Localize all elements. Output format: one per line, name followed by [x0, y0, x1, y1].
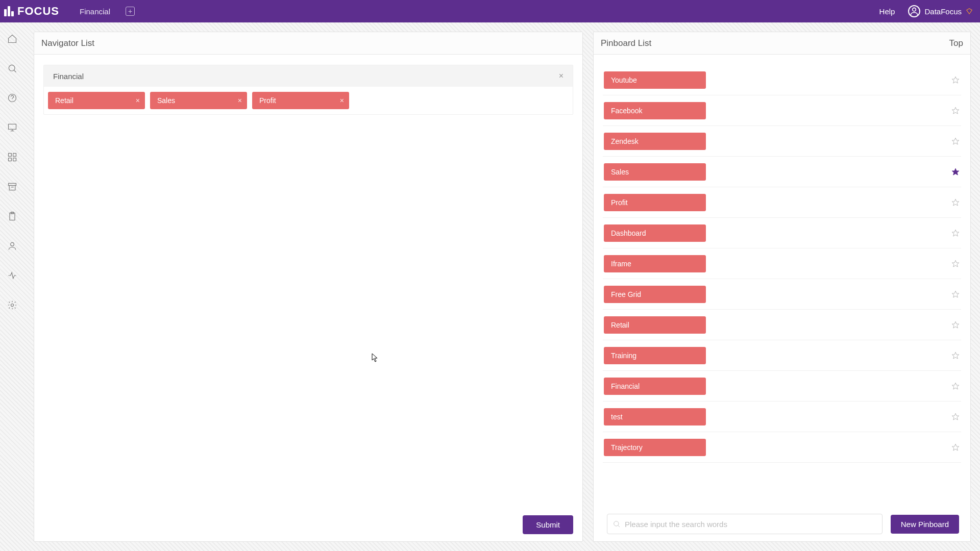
star-icon[interactable] — [951, 290, 960, 299]
svg-point-17 — [11, 242, 14, 246]
pinboard-item[interactable]: Retail — [604, 316, 706, 334]
pinboard-item[interactable]: Sales — [604, 163, 706, 181]
svg-point-0 — [913, 8, 916, 11]
pinboard-item[interactable]: Financial — [604, 378, 706, 395]
svg-marker-28 — [952, 352, 959, 359]
presentation-icon[interactable] — [7, 122, 17, 133]
pinboard-item[interactable]: test — [604, 408, 706, 425]
pinboard-item[interactable]: Youtube — [604, 71, 706, 89]
pinboard-item[interactable]: Profit — [604, 194, 706, 211]
pinboard-row: Profit — [603, 187, 961, 218]
pinboard-row: Retail — [603, 310, 961, 340]
pinboard-row: Dashboard — [603, 218, 961, 248]
star-icon[interactable] — [951, 320, 960, 330]
pinboard-row: Sales — [603, 157, 961, 187]
user-avatar-icon — [908, 5, 920, 17]
pinboard-search-input[interactable] — [625, 520, 877, 529]
star-icon[interactable] — [951, 137, 960, 146]
navigator-tags-row: Retail×Sales×Profit× — [44, 87, 573, 114]
navigator-title: Navigator List — [41, 38, 94, 48]
navigator-tag[interactable]: Retail× — [48, 92, 145, 109]
pinboard-item[interactable]: Free Grid — [604, 286, 706, 303]
pinboard-panel: Pinboard List Top YoutubeFacebookZendesk… — [593, 32, 971, 542]
pinboard-item[interactable]: Training — [604, 347, 706, 364]
star-icon[interactable] — [951, 259, 960, 268]
navigator-section: Financial × Retail×Sales×Profit× — [43, 65, 573, 115]
home-icon[interactable] — [7, 34, 17, 44]
svg-marker-25 — [952, 260, 959, 267]
tag-label: Sales — [157, 96, 175, 105]
pinboard-title: Pinboard List — [601, 38, 651, 48]
pinboard-row: Zendesk — [603, 126, 961, 157]
navigator-panel: Navigator List Financial × Retail×Sales×… — [34, 32, 583, 542]
star-icon[interactable] — [951, 167, 960, 177]
clipboard-icon[interactable] — [7, 211, 17, 221]
star-icon[interactable] — [951, 351, 960, 360]
left-sidebar — [0, 22, 24, 551]
logo-text: FOCUS — [17, 5, 59, 18]
navigator-section-label: Financial — [53, 72, 84, 81]
remove-tag-icon[interactable]: × — [340, 96, 344, 105]
svg-point-1 — [9, 65, 15, 71]
pinboard-row: Training — [603, 340, 961, 371]
svg-marker-23 — [952, 199, 959, 206]
tag-label: Retail — [55, 96, 74, 105]
svg-marker-21 — [952, 138, 959, 144]
app-logo[interactable]: FOCUS — [4, 5, 59, 18]
remove-tag-icon[interactable]: × — [136, 96, 140, 105]
submit-button[interactable]: Submit — [523, 515, 573, 534]
star-icon[interactable] — [951, 198, 960, 207]
close-icon[interactable]: × — [559, 71, 564, 81]
svg-marker-31 — [952, 444, 959, 450]
remove-tag-icon[interactable]: × — [238, 96, 242, 105]
tab-financial[interactable]: Financial — [80, 7, 110, 16]
svg-rect-13 — [9, 186, 15, 190]
pinboard-item[interactable]: Zendesk — [604, 133, 706, 150]
svg-rect-11 — [13, 158, 16, 161]
gear-icon[interactable] — [7, 300, 17, 310]
user-icon[interactable] — [7, 241, 17, 251]
navigator-tag[interactable]: Profit× — [252, 92, 349, 109]
search-icon[interactable] — [7, 63, 17, 73]
star-icon[interactable] — [951, 443, 960, 452]
svg-marker-24 — [952, 230, 959, 236]
navigator-tag[interactable]: Sales× — [150, 92, 247, 109]
pinboard-row: Youtube — [603, 65, 961, 95]
activity-icon[interactable] — [7, 270, 17, 281]
svg-marker-27 — [952, 321, 959, 328]
svg-marker-26 — [952, 291, 959, 297]
svg-line-33 — [618, 525, 620, 527]
tag-label: Profit — [259, 96, 276, 105]
pinboard-item[interactable]: Trajectory — [604, 439, 706, 456]
help-link[interactable]: Help — [879, 7, 895, 16]
svg-rect-12 — [9, 183, 16, 185]
diamond-icon — [966, 8, 973, 15]
svg-marker-20 — [952, 107, 959, 114]
star-icon[interactable] — [951, 412, 960, 421]
pinboard-item[interactable]: Iframe — [604, 255, 706, 272]
pinboard-rows: YoutubeFacebookZendeskSalesProfitDashboa… — [603, 65, 961, 505]
svg-rect-10 — [9, 158, 12, 161]
add-tab-button[interactable]: + — [126, 7, 135, 16]
grid-icon[interactable] — [7, 152, 17, 162]
star-icon[interactable] — [951, 229, 960, 238]
star-icon[interactable] — [951, 76, 960, 85]
pinboard-top-label: Top — [949, 38, 963, 48]
help-circle-icon[interactable] — [7, 93, 17, 103]
pinboard-row: Free Grid — [603, 279, 961, 310]
pinboard-row: test — [603, 402, 961, 432]
star-icon[interactable] — [951, 106, 960, 115]
user-menu[interactable]: DataFocus — [908, 5, 973, 17]
pinboard-item[interactable]: Dashboard — [604, 224, 706, 242]
pinboard-row: Facebook — [603, 95, 961, 126]
svg-marker-30 — [952, 413, 959, 420]
pinboard-search[interactable] — [607, 514, 883, 534]
svg-rect-9 — [13, 154, 16, 157]
logo-bars-icon — [4, 6, 14, 16]
pinboard-item[interactable]: Facebook — [604, 102, 706, 119]
archive-icon[interactable] — [7, 182, 17, 192]
search-icon — [612, 520, 621, 528]
svg-point-18 — [11, 304, 14, 307]
new-pinboard-button[interactable]: New Pinboard — [891, 515, 959, 534]
star-icon[interactable] — [951, 382, 960, 391]
